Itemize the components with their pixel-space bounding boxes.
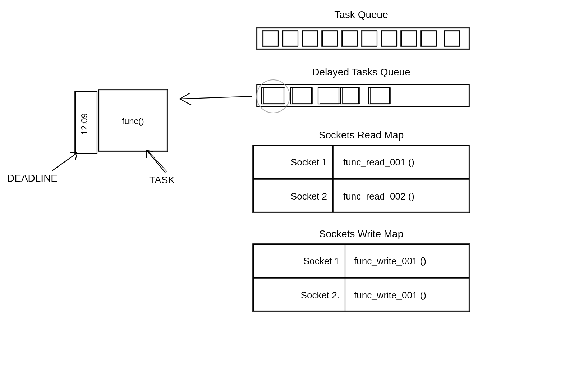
queue-slot — [401, 31, 417, 46]
queue-slot — [302, 31, 318, 46]
task-body-text: func() — [122, 116, 144, 126]
table-cell-key: Socket 1 — [291, 157, 327, 168]
svg-rect-6 — [303, 31, 318, 46]
deadline-value: 12:09 — [79, 113, 89, 135]
svg-rect-20 — [445, 31, 460, 46]
svg-rect-33 — [370, 88, 390, 104]
svg-rect-2 — [263, 31, 278, 46]
svg-rect-8 — [322, 31, 337, 46]
svg-rect-21 — [444, 31, 460, 46]
queue-slot — [262, 87, 285, 104]
svg-rect-4 — [283, 31, 298, 46]
queue-slot — [322, 31, 337, 46]
table-cell-key: Socket 2. — [301, 290, 340, 301]
queue-slot — [444, 31, 460, 46]
svg-rect-9 — [322, 31, 337, 46]
svg-rect-13 — [361, 31, 377, 46]
queue-slot — [381, 31, 397, 46]
svg-rect-28 — [318, 87, 339, 104]
svg-rect-16 — [401, 31, 417, 46]
svg-rect-10 — [342, 31, 357, 46]
queue-slot — [341, 31, 357, 46]
table-cell-value: func_read_001 () — [343, 157, 414, 168]
queue-slot — [361, 31, 377, 46]
svg-rect-25 — [263, 88, 285, 104]
svg-rect-32 — [368, 87, 389, 104]
svg-rect-7 — [302, 31, 318, 46]
svg-rect-22 — [257, 84, 469, 107]
svg-rect-14 — [382, 31, 397, 46]
svg-line-38 — [147, 150, 165, 173]
svg-rect-19 — [421, 31, 436, 46]
delayed-tasks-queue-slots — [262, 87, 390, 104]
queue-slot — [421, 31, 436, 46]
table-cell-key: Socket 1 — [303, 256, 340, 266]
sockets-write-title: Sockets Write Map — [319, 228, 403, 239]
task-queue-title: Task Queue — [334, 9, 388, 20]
table-cell-key: Socket 2 — [291, 191, 327, 202]
svg-rect-31 — [343, 88, 360, 104]
svg-rect-27 — [292, 88, 312, 104]
table-cell-value: func_write_001 () — [354, 256, 426, 266]
deadline-label: DEADLINE — [7, 173, 58, 184]
svg-rect-30 — [341, 87, 359, 104]
svg-line-39 — [148, 151, 167, 172]
sockets-read-title: Sockets Read Map — [319, 129, 404, 141]
arrow-icon — [180, 93, 252, 105]
sockets-write-table: Socket 1 func_write_001 () Socket 2. fun… — [253, 244, 470, 312]
queue-slot — [282, 31, 298, 46]
delayed-tasks-queue-title: Delayed Tasks Queue — [312, 67, 410, 78]
svg-rect-29 — [320, 88, 340, 104]
svg-rect-5 — [282, 31, 298, 46]
queue-slot — [262, 31, 278, 46]
svg-rect-26 — [290, 87, 311, 104]
arrow-icon — [52, 152, 77, 171]
svg-rect-24 — [262, 87, 284, 104]
svg-rect-12 — [362, 31, 377, 46]
svg-line-37 — [52, 153, 77, 171]
queue-slot — [341, 87, 360, 104]
svg-rect-3 — [262, 31, 278, 46]
queue-slot — [290, 87, 312, 104]
task-detail: 12:09 func() — [75, 89, 168, 154]
svg-rect-11 — [341, 31, 357, 46]
task-queue-slots — [262, 31, 460, 46]
task-label: TASK — [149, 174, 175, 186]
svg-line-34 — [180, 96, 252, 99]
sockets-read-table: Socket 1 func_read_001 () Socket 2 func_… — [253, 145, 470, 213]
arrow-icon — [147, 150, 167, 173]
svg-rect-18 — [421, 31, 436, 46]
queue-slot — [368, 87, 390, 104]
queue-slot — [318, 87, 340, 104]
table-cell-value: func_write_001 () — [354, 290, 426, 301]
svg-rect-17 — [401, 31, 417, 46]
svg-rect-15 — [381, 31, 397, 46]
table-cell-value: func_read_002 () — [343, 191, 414, 202]
